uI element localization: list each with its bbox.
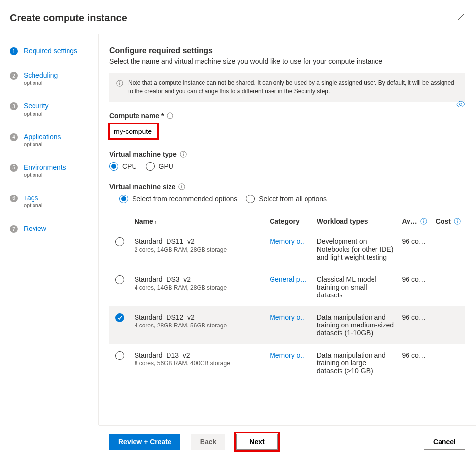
dialog-title: Create compute instance <box>10 12 127 24</box>
vm-size-all-radio[interactable]: Select from all options <box>246 195 327 203</box>
svg-point-1 <box>119 81 120 82</box>
section-subtitle: Select the name and virtual machine size… <box>109 57 465 65</box>
step-subtext: optional <box>24 172 66 178</box>
svg-point-6 <box>460 103 462 105</box>
vm-type-label: Virtual machine type <box>109 150 465 158</box>
radio-label: CPU <box>122 163 137 170</box>
vm-type-gpu-radio[interactable]: GPU <box>146 162 173 171</box>
table-row[interactable]: Standard_DS12_v24 cores, 28GB RAM, 56GB … <box>109 306 465 344</box>
vm-workload: Development on Notebooks (or other IDE) … <box>313 230 398 268</box>
vm-category-link[interactable]: General p… <box>270 275 306 283</box>
vm-size-label: Virtual machine size <box>109 183 465 191</box>
step-number-icon: 5 <box>10 164 18 172</box>
review-create-button[interactable]: Review + Create <box>109 434 180 450</box>
step-label: Scheduling <box>24 71 58 79</box>
svg-rect-9 <box>183 153 183 155</box>
step-applications[interactable]: 4 Applications optional <box>10 132 92 147</box>
col-header-cost[interactable]: Cost <box>432 212 465 230</box>
step-number-icon: 6 <box>10 195 18 202</box>
vm-workload: Data manipulation and training on medium… <box>313 306 398 344</box>
vm-category-link[interactable]: Memory o… <box>270 313 307 321</box>
close-icon[interactable] <box>455 12 466 24</box>
step-label: Security <box>24 102 49 110</box>
step-security[interactable]: 3 Security optional <box>10 101 92 116</box>
vm-name: Standard_DS11_v2 <box>135 237 262 245</box>
vm-category-link[interactable]: Memory o… <box>270 351 307 359</box>
step-label: Tags <box>24 194 38 202</box>
step-subtext: optional <box>24 111 49 117</box>
col-header-availability[interactable]: Av… <box>398 212 431 230</box>
vm-type-cpu-radio[interactable]: CPU <box>109 162 137 171</box>
step-number-icon: 1 <box>10 47 18 55</box>
svg-rect-12 <box>182 186 182 188</box>
vm-category-link[interactable]: Memory o… <box>270 237 307 245</box>
visibility-icon[interactable] <box>456 101 465 109</box>
wizard-footer: Review + Create Back Next Cancel <box>99 425 476 457</box>
svg-rect-2 <box>119 83 120 85</box>
svg-point-14 <box>423 219 424 220</box>
svg-rect-5 <box>170 115 170 117</box>
svg-point-4 <box>170 114 171 115</box>
section-title: Configure required settings <box>109 46 465 55</box>
vm-specs: 4 cores, 28GB RAM, 56GB storage <box>135 322 262 329</box>
svg-rect-15 <box>423 220 424 222</box>
dialog-header: Create compute instance <box>0 0 476 34</box>
step-scheduling[interactable]: 2 Scheduling optional <box>10 71 92 86</box>
vm-name: Standard_DS12_v2 <box>135 313 262 321</box>
step-connector <box>14 57 14 69</box>
svg-point-8 <box>183 152 184 153</box>
step-number-icon: 3 <box>10 102 18 110</box>
step-environments[interactable]: 5 Environments optional <box>10 163 92 178</box>
info-icon[interactable] <box>420 218 427 225</box>
compute-name-input[interactable] <box>109 124 465 139</box>
vm-availability: 96 co… <box>398 306 431 344</box>
vm-size-table: Name↑ Category Workload types Av… Cost S… <box>109 212 465 382</box>
info-callout: Note that a compute instance can not be … <box>109 73 465 102</box>
sort-asc-icon: ↑ <box>154 219 157 225</box>
step-number-icon: 4 <box>10 133 18 141</box>
vm-specs: 2 cores, 14GB RAM, 28GB storage <box>135 246 262 253</box>
step-tags[interactable]: 6 Tags optional <box>10 194 92 208</box>
back-button[interactable]: Back <box>191 434 225 450</box>
step-connector <box>14 180 14 192</box>
vm-workload: Classical ML model training on small dat… <box>313 268 398 306</box>
step-review[interactable]: 7 Review <box>10 224 92 233</box>
vm-size-recommended-radio[interactable]: Select from recommended options <box>119 195 237 203</box>
step-number-icon: 7 <box>10 225 18 233</box>
radio-label: Select from all options <box>259 195 327 203</box>
vm-specs: 4 cores, 14GB RAM, 28GB storage <box>135 284 262 291</box>
step-connector <box>14 88 14 99</box>
table-row[interactable]: Standard_DS3_v24 cores, 14GB RAM, 28GB s… <box>109 268 465 306</box>
info-icon[interactable] <box>167 112 173 119</box>
vm-availability: 96 co… <box>398 230 431 268</box>
radio-label: GPU <box>159 163 173 170</box>
vm-name: Standard_D13_v2 <box>135 351 262 359</box>
row-radio[interactable] <box>115 275 124 284</box>
step-label: Review <box>24 225 46 232</box>
step-label: Applications <box>24 133 61 141</box>
col-header-name[interactable]: Name↑ <box>131 212 266 230</box>
row-radio[interactable] <box>115 313 124 322</box>
vm-name: Standard_DS3_v2 <box>135 275 262 283</box>
row-radio[interactable] <box>115 351 124 360</box>
table-row[interactable]: Standard_DS11_v22 cores, 14GB RAM, 28GB … <box>109 230 465 268</box>
cancel-button[interactable]: Cancel <box>424 434 465 450</box>
col-header-category[interactable]: Category <box>266 212 313 230</box>
step-label: Required settings <box>24 47 77 55</box>
row-radio[interactable] <box>115 237 124 246</box>
main-panel: Configure required settings Select the n… <box>99 34 476 425</box>
table-row[interactable]: Standard_D13_v28 cores, 56GB RAM, 400GB … <box>109 344 465 382</box>
info-icon <box>116 80 123 87</box>
info-icon[interactable] <box>454 218 461 225</box>
svg-rect-18 <box>457 220 457 222</box>
compute-name-label: Compute name * <box>109 112 465 120</box>
step-subtext: optional <box>24 141 61 147</box>
next-button[interactable]: Next <box>236 434 277 450</box>
step-required-settings[interactable]: 1 Required settings <box>10 46 92 55</box>
col-header-workload[interactable]: Workload types <box>313 212 398 230</box>
info-icon[interactable] <box>180 151 187 158</box>
info-text: Note that a compute instance can not be … <box>128 79 458 96</box>
step-subtext: optional <box>24 202 43 208</box>
info-icon[interactable] <box>178 183 185 190</box>
step-label: Environments <box>24 163 66 171</box>
